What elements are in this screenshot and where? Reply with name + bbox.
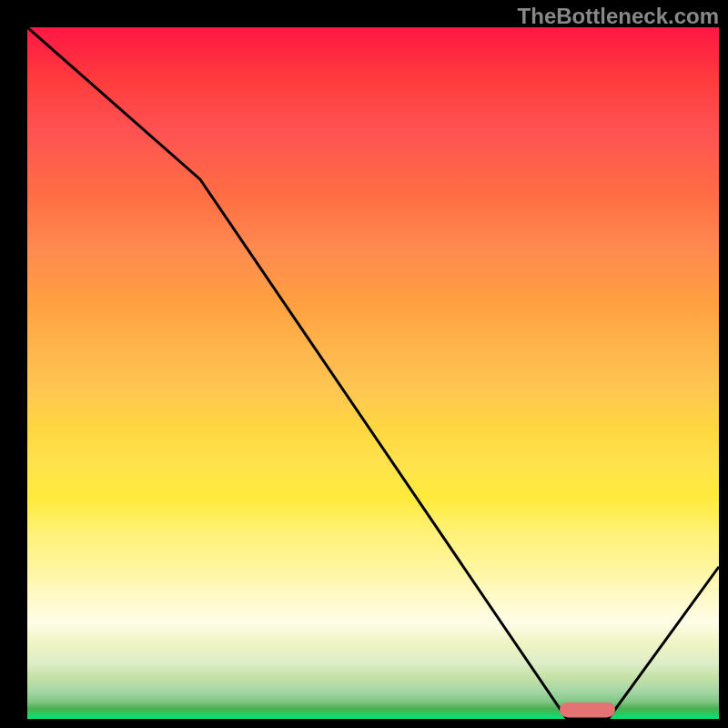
watermark-text: TheBottleneck.com bbox=[518, 4, 719, 29]
chart-container: TheBottleneck.com bbox=[0, 0, 728, 728]
x-axis bbox=[0, 719, 728, 728]
bottleneck-curve bbox=[27, 27, 719, 719]
curve-path bbox=[27, 27, 719, 719]
plot-area bbox=[27, 27, 719, 719]
optimal-range-marker bbox=[560, 703, 615, 717]
y-axis bbox=[0, 0, 27, 728]
